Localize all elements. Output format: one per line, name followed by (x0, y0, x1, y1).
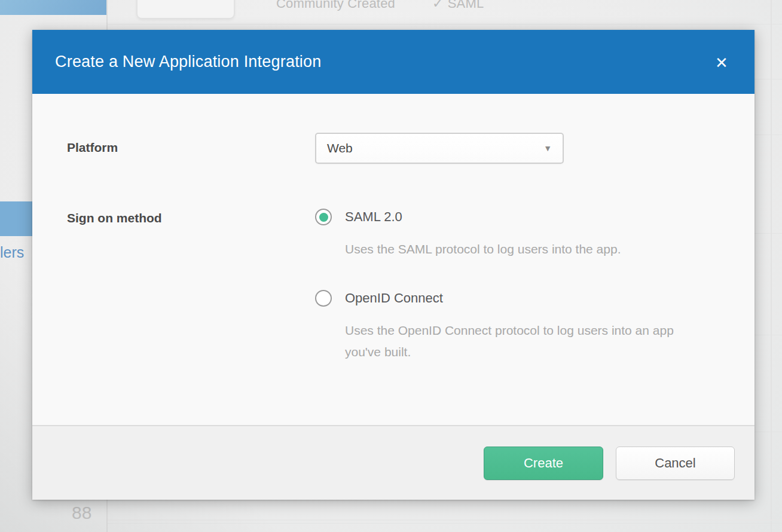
sidebar-selected-item[interactable] (0, 201, 32, 236)
radio-button-icon[interactable] (315, 209, 332, 225)
background-filter-button[interactable] (136, 0, 235, 19)
chevron-down-icon: ▼ (543, 143, 552, 153)
dialog-footer: Create Cancel (32, 425, 754, 500)
sign-on-method-label: Sign on method (67, 211, 162, 225)
dialog-header: Create a New Application Integration ✕ (32, 30, 754, 94)
platform-dropdown[interactable]: Web ▼ (315, 133, 564, 164)
create-button[interactable]: Create (484, 447, 603, 480)
radio-saml-label: SAML 2.0 (345, 209, 402, 225)
radio-saml[interactable]: SAML 2.0 (315, 209, 704, 225)
table-row-divider (108, 523, 782, 524)
radio-option-openid: OpenID Connect Uses the OpenID Connect p… (315, 290, 704, 363)
radio-openid[interactable]: OpenID Connect (315, 290, 704, 307)
platform-label: Platform (67, 140, 118, 155)
saml-badge: ✓SAML (432, 0, 484, 11)
table-row-number: 88 (72, 503, 91, 523)
table-right-divider (771, 0, 772, 532)
table-row-divider (108, 24, 782, 25)
dialog-title: Create a New Application Integration (32, 53, 321, 71)
sidebar-header-bar (0, 0, 106, 15)
platform-dropdown-value: Web (327, 141, 353, 155)
cancel-button[interactable]: Cancel (616, 447, 735, 480)
table-bottom-divider (108, 519, 782, 521)
radio-saml-description: Uses the SAML protocol to log users into… (345, 239, 704, 260)
close-icon[interactable]: ✕ (711, 53, 732, 73)
saml-badge-label: SAML (448, 0, 484, 11)
check-icon: ✓ (432, 0, 444, 11)
column-header-community-created: Community Created (276, 0, 395, 11)
sidebar-link-partial[interactable]: lers (0, 244, 24, 261)
radio-option-saml: SAML 2.0 Uses the SAML protocol to log u… (315, 209, 704, 260)
dialog-body: Platform Web ▼ Sign on method SAML 2.0 U… (32, 94, 754, 425)
radio-openid-label: OpenID Connect (345, 291, 443, 306)
sign-on-method-radio-group: SAML 2.0 Uses the SAML protocol to log u… (315, 209, 704, 393)
radio-button-icon[interactable] (315, 290, 332, 307)
radio-openid-description: Uses the OpenID Connect protocol to log … (345, 320, 704, 363)
create-app-integration-dialog: Create a New Application Integration ✕ P… (32, 30, 754, 500)
